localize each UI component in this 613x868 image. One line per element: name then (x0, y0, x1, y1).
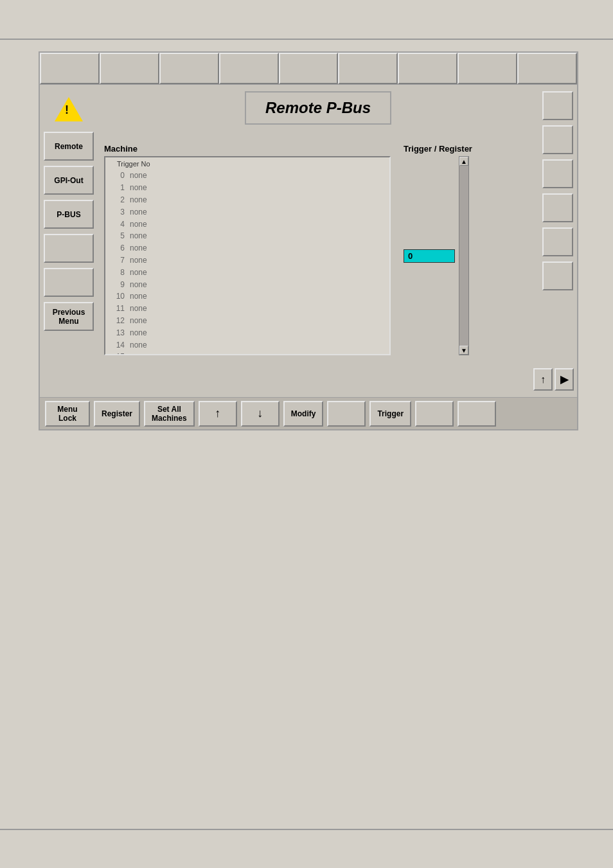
row-val: none (130, 303, 147, 314)
warning-icon[interactable] (55, 97, 83, 121)
row-val: none (130, 291, 147, 302)
row-val: none (130, 170, 147, 181)
row-val: none (130, 195, 147, 206)
modify-button[interactable]: Modify (283, 401, 324, 427)
up-arrow-button[interactable]: ↑ (199, 401, 237, 427)
register-button[interactable]: Register (94, 401, 140, 427)
trigger-section: Trigger / Register ▲ ▼ (404, 144, 532, 355)
right-btn-1[interactable] (542, 91, 573, 120)
row-val: none (130, 231, 147, 242)
row-num: 4 (109, 219, 125, 230)
table-container: Machine Trigger No 0none1none2none3none4… (104, 144, 532, 355)
machine-list[interactable]: Trigger No 0none1none2none3none4none5non… (104, 156, 391, 355)
top-btn-3[interactable] (159, 53, 219, 84)
trigger-input-row: ▲ ▼ (404, 156, 532, 355)
row-val: none (130, 340, 147, 351)
top-button-bar (40, 53, 577, 85)
top-btn-8[interactable] (458, 53, 517, 84)
top-btn-6[interactable] (338, 53, 398, 84)
row-val: none (130, 182, 147, 193)
right-btn-2[interactable] (542, 125, 573, 154)
bottom-button-bar: Menu Lock Register Set All Machines ↑ ↓ … (40, 397, 577, 429)
row-val: none (130, 351, 147, 355)
row-num: 5 (109, 231, 125, 242)
machine-section: Machine Trigger No 0none1none2none3none4… (104, 144, 391, 355)
scroll-down-arrow[interactable]: ▼ (459, 346, 468, 355)
table-row[interactable]: 4none (108, 218, 387, 231)
blank-btn-1[interactable] (44, 234, 94, 263)
trigger-input[interactable] (404, 249, 455, 263)
row-num: 0 (109, 170, 125, 181)
menu-lock-button[interactable]: Menu Lock (45, 401, 90, 427)
blank-bottom-btn-2[interactable] (415, 401, 454, 427)
top-btn-9[interactable] (517, 53, 577, 84)
row-val: none (130, 267, 147, 278)
row-num: 7 (109, 255, 125, 266)
row-num: 9 (109, 279, 125, 290)
gpi-out-button[interactable]: GPI-Out (44, 166, 94, 195)
right-btn-5[interactable] (542, 227, 573, 256)
table-row[interactable]: 11none (108, 303, 387, 315)
row-num: 6 (109, 243, 125, 254)
right-btn-6[interactable] (542, 261, 573, 290)
right-btn-4[interactable] (542, 193, 573, 222)
top-rule (0, 39, 613, 40)
down-arrow-button[interactable]: ↓ (241, 401, 280, 427)
table-row[interactable]: 14none (108, 339, 387, 351)
trigger-button[interactable]: Trigger (369, 401, 411, 427)
table-row[interactable]: 13none (108, 327, 387, 339)
row-val: none (130, 328, 147, 339)
top-btn-7[interactable] (398, 53, 458, 84)
table-row[interactable]: 1none (108, 182, 387, 194)
row-val: none (130, 219, 147, 230)
row-num: 1 (109, 182, 125, 193)
table-row[interactable]: 15none (108, 351, 387, 355)
table-row[interactable]: 7none (108, 254, 387, 267)
table-row[interactable]: 3none (108, 206, 387, 218)
row-num: 8 (109, 267, 125, 278)
row-num: 3 (109, 207, 125, 218)
p-bus-button[interactable]: P-BUS (44, 200, 94, 229)
top-btn-4[interactable] (219, 53, 279, 84)
table-row[interactable]: 12none (108, 315, 387, 327)
trigger-register-header: Trigger / Register (404, 144, 532, 154)
row-val: none (130, 315, 147, 326)
table-row[interactable]: 9none (108, 279, 387, 291)
table-row[interactable]: 0none (108, 170, 387, 182)
right-btn-3[interactable] (542, 159, 573, 188)
page-title: Remote P-Bus (245, 91, 391, 125)
scroll-track (459, 166, 468, 346)
blank-bottom-btn-3[interactable] (458, 401, 496, 427)
top-btn-1[interactable] (40, 53, 100, 84)
table-row[interactable]: 5none (108, 230, 387, 242)
content-area: Remote P-Bus Machine Trigger No 0none1no… (98, 85, 538, 397)
scroll-up-arrow[interactable]: ▲ (459, 157, 468, 166)
set-all-machines-button[interactable]: Set All Machines (144, 401, 195, 427)
bottom-rule (0, 829, 613, 830)
table-row[interactable]: 10none (108, 290, 387, 303)
row-val: none (130, 207, 147, 218)
blank-btn-2[interactable] (44, 268, 94, 297)
trigger-no-label: Trigger No (117, 159, 150, 169)
blank-bottom-btn[interactable] (327, 401, 366, 427)
table-row[interactable]: 8none (108, 267, 387, 279)
trigger-no-header: Trigger No (108, 159, 387, 170)
row-num: 12 (109, 315, 125, 326)
main-panel: Remote GPI-Out P-BUS Previous Menu Remot… (39, 51, 578, 430)
nav-arrows: ↑ ▶ (533, 368, 574, 391)
row-num: 10 (109, 291, 125, 302)
row-num: 14 (109, 340, 125, 351)
top-btn-2[interactable] (100, 53, 159, 84)
row-val: none (130, 255, 147, 266)
nav-up-button[interactable]: ↑ (533, 368, 553, 391)
previous-menu-button[interactable]: Previous Menu (44, 302, 94, 331)
remote-button[interactable]: Remote (44, 132, 94, 161)
row-val: none (130, 279, 147, 290)
table-row[interactable]: 6none (108, 242, 387, 254)
table-row[interactable]: 2none (108, 194, 387, 206)
top-btn-5[interactable] (279, 53, 339, 84)
row-val: none (130, 243, 147, 254)
row-num: 15 (109, 351, 125, 355)
nav-right-button[interactable]: ▶ (555, 368, 574, 391)
machine-header: Machine (104, 144, 391, 154)
